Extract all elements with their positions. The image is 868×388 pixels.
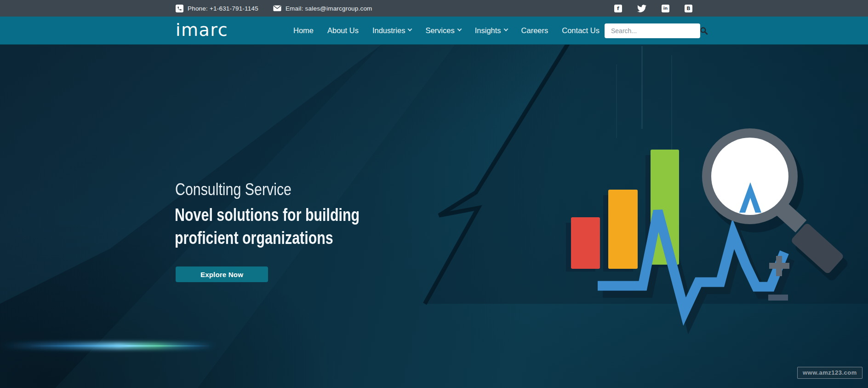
hero-eyebrow: Consulting Service <box>175 180 291 199</box>
bar-red <box>571 217 600 269</box>
explore-now-button[interactable]: Explore Now <box>176 266 268 282</box>
nav-item-services[interactable]: Services <box>425 26 461 35</box>
magnifier-lens <box>711 138 788 215</box>
analytics-illustration <box>0 45 868 388</box>
minus-icon <box>768 295 788 301</box>
watermark: www.amz123.com <box>797 367 862 379</box>
hero-heading-line1: Novel solutions for building <box>175 203 360 226</box>
topbar: Phone: +1-631-791-1145 Email: sales@imar… <box>0 0 868 17</box>
nav-item-home[interactable]: Home <box>293 26 314 35</box>
plus-icon <box>776 256 782 276</box>
search-icon <box>700 27 708 35</box>
nav-item-careers[interactable]: Careers <box>521 26 548 35</box>
search-box <box>605 23 700 38</box>
social-links: f in B <box>614 0 692 17</box>
nav-item-industries[interactable]: Industries <box>372 26 412 35</box>
email-address[interactable]: Email: sales@imarcgroup.com <box>286 5 372 12</box>
twitter-icon[interactable] <box>637 5 646 12</box>
main-menu: Home About Us Industries Services Insigh… <box>293 17 600 45</box>
imarc-logo[interactable]: imarc <box>176 20 228 40</box>
bar-orange <box>608 190 638 269</box>
hero-heading-line2: proficient organizations <box>175 226 360 249</box>
blogger-icon[interactable]: B <box>685 5 692 12</box>
phone-icon <box>176 5 183 12</box>
nav-item-contact-us[interactable]: Contact Us <box>562 26 600 35</box>
nav-item-about-us[interactable]: About Us <box>327 26 359 35</box>
phone-number[interactable]: Phone: +1-631-791-1145 <box>188 5 258 12</box>
chevron-down-icon <box>457 27 462 31</box>
search-button[interactable] <box>700 23 708 38</box>
main-navbar: imarc Home About Us Industries Services … <box>0 17 868 45</box>
facebook-icon[interactable]: f <box>614 5 622 12</box>
search-input[interactable] <box>605 27 700 35</box>
chevron-down-icon <box>408 27 412 31</box>
email-icon <box>273 5 281 12</box>
hero-heading: Novel solutions for building proficient … <box>175 203 360 249</box>
nav-item-insights[interactable]: Insights <box>475 26 508 35</box>
linkedin-icon[interactable]: in <box>662 5 669 12</box>
hero-banner: Consulting Service Novel solutions for b… <box>0 45 868 388</box>
contact-info: Phone: +1-631-791-1145 Email: sales@imar… <box>176 0 372 17</box>
chevron-down-icon <box>503 27 508 31</box>
